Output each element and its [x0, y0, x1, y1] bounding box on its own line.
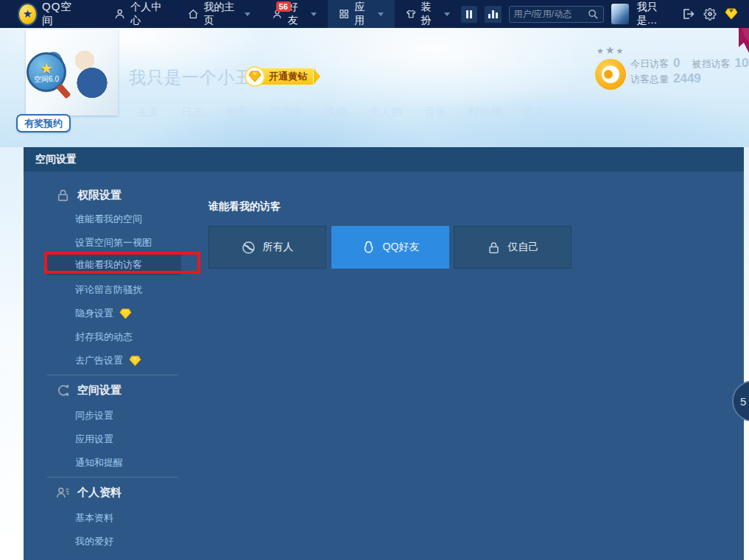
- sidebar-item-first-view[interactable]: 设置空间第一视图: [47, 233, 181, 253]
- profile-nav-personal-file[interactable]: 个人档: [369, 105, 402, 119]
- nav-my-home[interactable]: 我的主页: [177, 0, 261, 28]
- content-heading: 谁能看我的访客: [208, 200, 281, 213]
- globe-icon: [242, 241, 256, 255]
- nav-my-home-label: 我的主页: [204, 1, 238, 27]
- option-everyone-button[interactable]: 所有人: [208, 226, 326, 269]
- option-everyone-label: 所有人: [263, 241, 294, 254]
- profile-nav-blog[interactable]: 日志: [181, 105, 203, 119]
- profile-avatar-image[interactable]: ★ 空间6.0: [26, 29, 118, 116]
- sidebar-item-profile-photo[interactable]: 形象照片: [47, 555, 181, 560]
- sidebar-section-personal-info: 个人资料: [56, 483, 122, 501]
- qzone-star-icon: ★: [19, 4, 36, 24]
- sidebar-item-app-settings[interactable]: 应用设置: [47, 429, 181, 450]
- profile-nav-home[interactable]: 主页: [137, 105, 159, 119]
- qzone-logo[interactable]: ★ QQ空间: [19, 0, 78, 28]
- profile-nav-more[interactable]: 更多: [524, 105, 546, 119]
- shirt-icon: [406, 7, 416, 21]
- qzone-version-badge: ★ 空间6.0: [27, 52, 66, 92]
- gear-icon[interactable]: [703, 6, 717, 22]
- floating-widget-label: 5: [740, 395, 746, 408]
- eye-pupil: [604, 70, 613, 79]
- search-input[interactable]: [514, 9, 588, 19]
- nav-apps[interactable]: 应用: [328, 0, 395, 28]
- person-icon: [114, 7, 125, 21]
- today-visitors-label: 今日访客: [630, 57, 669, 71]
- sidebar-item-basic-info[interactable]: 基本资料: [47, 508, 181, 528]
- sidebar-item-label: 谁能看我的访客: [75, 255, 142, 275]
- visitor-chart-button[interactable]: [485, 6, 501, 23]
- topbar-right-cluster: 我只是…: [461, 1, 739, 27]
- profile-nickname: 我只是一个小丑: [129, 66, 253, 89]
- sidebar-item-label: 隐身设置: [75, 303, 113, 324]
- sidebar-item-label: 封存我的动态: [75, 327, 133, 347]
- username-short[interactable]: 我只是…: [636, 1, 673, 27]
- yellow-diamond-icon: [245, 66, 265, 87]
- sidebar-section-space-settings: 空间设置: [56, 381, 122, 399]
- option-qq-friends-button[interactable]: QQ好友: [331, 226, 449, 269]
- profile-nav-message-board[interactable]: 留言板: [270, 105, 303, 119]
- profile-nav-music[interactable]: 音乐: [424, 105, 446, 119]
- sidebar-section-permissions: 权限设置: [56, 186, 122, 204]
- sidebar-item-label: 同步设置: [75, 405, 113, 426]
- yellow-diamond-icon[interactable]: [724, 6, 739, 22]
- sidebar-item-label: 基本资料: [75, 508, 113, 528]
- sidebar-item-comment-antispam[interactable]: 评论留言防骚扰: [47, 280, 181, 300]
- sidebar-item-label: 应用设置: [75, 429, 113, 450]
- sidebar-section-title: 个人资料: [77, 486, 122, 500]
- sidebar-item-who-can-see-my-space[interactable]: 谁能看我的空间: [47, 209, 181, 230]
- bar-chart-icon: [488, 14, 490, 18]
- top-navigation-bar: ★ QQ空间 个人中心 我的主页: [0, 0, 749, 28]
- profile-nav-timeline[interactable]: 时光轴: [468, 105, 502, 119]
- space-settings-panel: 空间设置 权限设置 谁能看我的空间 设置空间第一视图 谁能看我的访客 评论留言防…: [24, 147, 744, 560]
- pause-icon: [470, 10, 472, 18]
- pause-animation-button[interactable]: [461, 6, 477, 23]
- user-avatar[interactable]: [611, 4, 630, 24]
- nav-dressup[interactable]: 装扮: [395, 0, 462, 28]
- sidebar-item-label: 设置空间第一视图: [75, 233, 152, 253]
- lock-icon: [487, 241, 501, 255]
- search-icon[interactable]: [588, 9, 599, 20]
- qq-penguin-icon: [362, 241, 376, 255]
- yellow-diamond-icon: [119, 308, 132, 319]
- option-qq-friends-label: QQ好友: [383, 241, 420, 254]
- friends-count-badge: 56: [276, 1, 291, 12]
- reserve-with-prize-button[interactable]: 有奖预约: [16, 114, 71, 132]
- chevron-down-icon: [378, 13, 384, 16]
- open-yellow-diamond-button[interactable]: 开通黄钻: [245, 67, 320, 86]
- sidebar-item-ad-free-settings[interactable]: 去广告设置: [47, 350, 181, 371]
- sidebar-item-notifications[interactable]: 通知和提醒: [47, 453, 181, 473]
- profile-nav-albums[interactable]: 相册: [225, 105, 247, 119]
- nav-friends[interactable]: 56 好友: [261, 0, 328, 28]
- nav-apps-label: 应用: [354, 1, 370, 27]
- home-icon: [188, 7, 199, 21]
- option-only-me-button[interactable]: 仅自己: [454, 226, 572, 269]
- chevron-down-icon: [245, 13, 250, 16]
- sidebar-divider: [47, 477, 178, 478]
- panel-title: 空间设置: [35, 147, 77, 171]
- sidebar-item-who-can-see-my-visitors[interactable]: 谁能看我的访客: [47, 255, 181, 275]
- bar-chart-icon: [496, 13, 498, 18]
- sidebar-section-title: 空间设置: [77, 383, 122, 397]
- sidebar-item-label: 通知和提醒: [75, 453, 123, 473]
- yellow-diamond-icon: [129, 355, 141, 366]
- eye-inner: [602, 65, 619, 83]
- nav-personal-center[interactable]: 个人中心: [103, 0, 177, 28]
- sidebar-item-my-hobbies[interactable]: 我的爱好: [47, 531, 181, 552]
- magnifier-handle: [56, 84, 71, 99]
- profile-nav: 主页 日志 相册 留言板 说说 个人档 音乐 时光轴 更多: [137, 105, 546, 119]
- total-visitors-label: 访客总量: [630, 72, 669, 87]
- sidebar-item-invisible-settings[interactable]: 隐身设置: [47, 303, 181, 324]
- badge-arrow-tip: [313, 68, 320, 85]
- sidebar-item-sync-settings[interactable]: 同步设置: [47, 405, 181, 426]
- total-visitors-value: 2449: [673, 71, 701, 86]
- logout-icon[interactable]: [681, 6, 695, 22]
- chevron-down-icon: [444, 13, 450, 16]
- pause-icon: [466, 10, 468, 18]
- profile-nav-shuoshuo[interactable]: 说说: [325, 105, 347, 119]
- sidebar-item-archive-my-feeds[interactable]: 封存我的动态: [47, 327, 181, 347]
- search-box: [509, 6, 604, 23]
- visitor-stats-text: 今日访客 0 被挡访客 103 访客总量 2449: [630, 56, 749, 87]
- settings-icon: [56, 383, 70, 397]
- person-list-icon: [56, 486, 70, 500]
- visitor-eye-icon[interactable]: [595, 59, 626, 90]
